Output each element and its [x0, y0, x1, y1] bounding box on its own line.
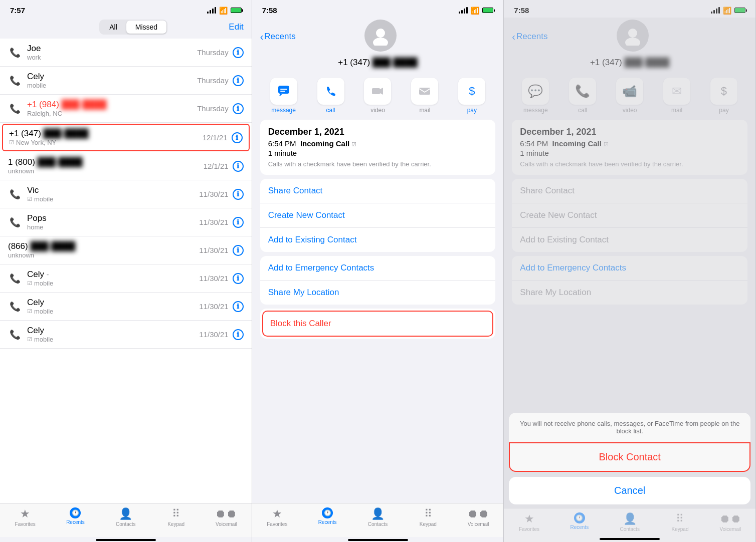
status-icons-3: 📶	[711, 7, 745, 15]
pay-label: pay	[467, 107, 477, 114]
list-item[interactable]: 📞 Pops home 11/30/21 ℹ	[0, 208, 252, 236]
battery-icon	[231, 8, 242, 13]
all-filter-btn[interactable]: All	[100, 21, 126, 34]
call-date: 11/30/21	[199, 274, 228, 283]
signal-icon	[711, 7, 720, 14]
add-emergency-option[interactable]: Add to Emergency Contacts	[260, 256, 496, 281]
call-date: December 1, 2021	[268, 127, 488, 137]
svg-marker-6	[380, 88, 383, 95]
mail-label: mail	[419, 107, 430, 114]
missed-filter-btn[interactable]: Missed	[126, 21, 166, 34]
cancel-button[interactable]: Cancel	[509, 477, 750, 504]
contact-name: (866) ███-████	[8, 241, 199, 251]
info-button[interactable]: ℹ	[233, 75, 244, 86]
battery-icon	[482, 8, 493, 13]
mail-action-3: ✉ mail	[663, 78, 690, 114]
tab-contacts[interactable]: 👤 Contacts	[352, 507, 403, 527]
svg-point-1	[373, 38, 388, 46]
video-icon	[364, 78, 391, 105]
list-item[interactable]: 📞 Cely ☑ mobile 11/30/21 ℹ	[0, 293, 252, 321]
tab-voicemail[interactable]: ⏺⏺ Voicemail	[453, 507, 503, 527]
message-label: message	[271, 107, 296, 114]
info-button[interactable]: ℹ	[233, 189, 244, 200]
share-location-option[interactable]: Share My Location	[260, 281, 496, 305]
list-item[interactable]: 📞 Cely mobile Thursday ℹ	[0, 67, 252, 95]
wifi-icon: 📶	[471, 7, 479, 15]
tab-favorites[interactable]: ★ Favorites	[0, 507, 50, 527]
info-button[interactable]: ℹ	[233, 301, 244, 312]
call-time-3: 6:54 PM Incoming Call ☑	[520, 139, 739, 148]
tab-recents[interactable]: 🕐 Recents	[302, 507, 352, 527]
info-button[interactable]: ℹ	[233, 245, 244, 256]
keypad-icon: ⠿	[424, 507, 432, 520]
list-item[interactable]: +1 (347) ███-████ ☑ New York, NY 12/1/21…	[2, 124, 250, 151]
time-1: 7:57	[10, 6, 25, 15]
video-label: video	[623, 107, 637, 114]
tab-favorites[interactable]: ★ Favorites	[252, 507, 302, 527]
svg-rect-5	[372, 88, 380, 94]
pay-action[interactable]: $ pay	[458, 78, 485, 114]
tab-keypad[interactable]: ⠿ Keypad	[403, 507, 453, 527]
message-label: message	[523, 107, 548, 114]
info-button[interactable]: ℹ	[233, 47, 244, 58]
contact-name: Vic	[27, 185, 199, 195]
nav-bar-2: ‹ Recents	[252, 18, 504, 58]
block-caller-option[interactable]: Block this Caller	[262, 311, 494, 337]
share-contact-option[interactable]: Share Contact	[260, 179, 496, 203]
list-item[interactable]: 1 (800) ███-████ unknown 12/1/21 ℹ	[0, 152, 252, 180]
list-item[interactable]: 📞 Cely ☑ mobile 11/30/21 ℹ	[0, 321, 252, 349]
avatar	[364, 20, 397, 52]
tab-keypad-label: Keypad	[420, 521, 437, 527]
block-contact-button[interactable]: Block Contact	[509, 442, 750, 472]
info-button[interactable]: ℹ	[233, 273, 244, 284]
tab-keypad[interactable]: ⠿ Keypad	[151, 507, 201, 527]
screen1: 7:57 📶 All Missed Edit 📞 Joe work	[0, 0, 252, 542]
info-button[interactable]: ℹ	[232, 132, 243, 143]
create-new-contact-option[interactable]: Create New Contact	[260, 203, 496, 228]
info-button[interactable]: ℹ	[233, 103, 244, 114]
phone-icon: 📞	[8, 189, 22, 200]
tab-label: Voicemail	[719, 526, 741, 532]
favorites-icon: ★	[272, 507, 282, 520]
list-item[interactable]: 📞 Joe work Thursday ℹ	[0, 39, 252, 67]
video-icon: 📹	[616, 78, 643, 105]
tab-contacts-label: Contacts	[368, 521, 388, 527]
tab-voicemail[interactable]: ⏺⏺ Voicemail	[201, 507, 251, 527]
contact-phone: +1 (347) ███-████	[252, 58, 504, 68]
mail-action[interactable]: mail	[411, 78, 438, 114]
info-button[interactable]: ℹ	[233, 217, 244, 228]
home-indicator-3	[600, 538, 660, 540]
back-button[interactable]: ‹ Recents	[260, 31, 296, 43]
wifi-icon: 📶	[723, 7, 731, 15]
message-action[interactable]: message	[270, 78, 297, 114]
status-icons-2: 📶	[459, 7, 493, 15]
edit-button[interactable]: Edit	[229, 22, 243, 32]
action-buttons-3: 💬 message 📞 call 📹 video ✉ mail $ p	[504, 74, 755, 120]
pay-label: pay	[719, 107, 728, 114]
info-button[interactable]: ℹ	[233, 161, 244, 172]
tab-favorites-label: Favorites	[15, 521, 36, 527]
info-button[interactable]: ℹ	[233, 329, 244, 340]
tab-recents[interactable]: 🕐 Recents	[50, 507, 100, 527]
voicemail-icon: ⏺⏺	[467, 507, 489, 520]
video-action[interactable]: video	[364, 78, 391, 114]
tab-contacts[interactable]: 👤 Contacts	[101, 507, 151, 527]
share-contact-dim: Share Contact	[512, 179, 747, 203]
contact-phone-3: +1 (347) ███-████	[504, 58, 755, 68]
svg-point-9	[625, 38, 640, 46]
contacts-icon: 👤	[119, 507, 132, 520]
list-item[interactable]: 📞 +1 (984) ███-████ Raleigh, NC Thursday…	[0, 95, 252, 123]
list-item[interactable]: 📞 Cely - ☑ mobile 11/30/21 ℹ	[0, 264, 252, 293]
message-icon	[270, 78, 297, 105]
contact-name: +1 (347) ███-████	[9, 129, 203, 139]
call-label: call	[326, 107, 335, 114]
back-button-3: ‹ Recents	[512, 31, 547, 43]
call-icon: 📞	[569, 78, 596, 105]
call-action[interactable]: call	[317, 78, 344, 114]
add-existing-contact-option[interactable]: Add to Existing Contact	[260, 228, 496, 252]
mail-icon	[411, 78, 438, 105]
contact-name: Cely	[27, 326, 199, 336]
list-item[interactable]: (866) ███-████ unknown 11/30/21 ℹ	[0, 236, 252, 264]
tab-label: Contacts	[620, 526, 639, 532]
list-item[interactable]: 📞 Vic ☑ mobile 11/30/21 ℹ	[0, 180, 252, 208]
